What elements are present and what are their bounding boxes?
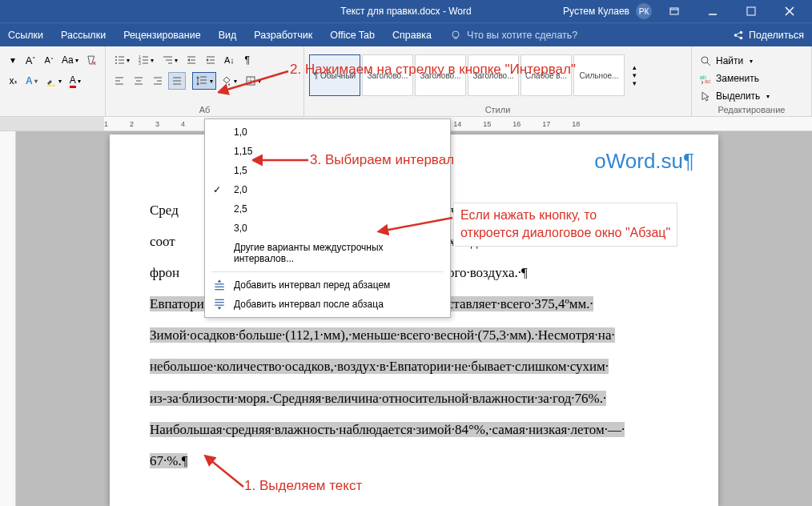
- annotation-step3: 3. Выбираем интервал: [310, 152, 454, 168]
- increase-font-icon[interactable]: A˄: [22, 51, 39, 69]
- ribbon: ▾ A˄ A˅ Aa▾ x₂ A▾ ▾ A▾ ▾ 123▾ ▾ A↓ ¶: [0, 46, 812, 117]
- svg-point-16: [115, 56, 117, 58]
- tab-view[interactable]: Вид: [219, 30, 237, 41]
- annotation-hint: Если нажать кнопку, то откроется диалого…: [453, 203, 677, 247]
- tab-review[interactable]: Рецензирование: [123, 30, 201, 41]
- vertical-ruler[interactable]: [0, 131, 16, 506]
- check-icon: ✓: [213, 184, 221, 195]
- svg-line-61: [707, 62, 710, 66]
- title-bar: Текст для правки.docx - Word Рустем Кула…: [0, 0, 812, 22]
- spacing-other-options[interactable]: Другие варианты междустрочных интервалов…: [205, 238, 450, 268]
- spacing-option-1-0[interactable]: 1,0: [205, 122, 450, 142]
- bulb-icon: [449, 29, 462, 42]
- watermark: oWord.su¶: [594, 149, 694, 174]
- line-spacing-button[interactable]: ▾: [192, 72, 216, 90]
- tab-developer[interactable]: Разработчик: [254, 30, 312, 41]
- show-marks-icon[interactable]: ¶: [239, 51, 255, 69]
- decrease-font-icon[interactable]: A˅: [41, 51, 57, 69]
- svg-rect-3: [747, 7, 755, 15]
- annotation-step1: 1. Выделяем текст: [244, 478, 362, 494]
- svg-line-12: [736, 35, 740, 38]
- multilevel-list-icon[interactable]: ▾: [159, 51, 181, 69]
- svg-text:3: 3: [139, 61, 141, 66]
- annotation-step2: 2. Нажимаем на стрелку в кнопке "Интерва…: [290, 62, 576, 78]
- style-strong[interactable]: Сильное...: [573, 54, 625, 96]
- change-case-icon[interactable]: Aa▾: [58, 51, 81, 69]
- align-left-icon[interactable]: [111, 72, 128, 90]
- svg-text:ac: ac: [705, 78, 711, 84]
- subscript-icon[interactable]: x₂: [5, 72, 21, 90]
- user-name[interactable]: Рустем Кулаев: [563, 6, 629, 17]
- find-button[interactable]: Найти▾: [697, 53, 806, 69]
- svg-point-6: [452, 31, 459, 38]
- svg-line-11: [736, 32, 740, 34]
- maximize-icon[interactable]: [735, 0, 767, 22]
- align-center-icon[interactable]: [130, 72, 147, 90]
- editing-group-label: Редактирование: [692, 105, 811, 114]
- line-spacing-menu: 1,0 1,15 1,5 ✓2,0 2,5 3,0 Другие вариант…: [204, 118, 451, 318]
- select-button[interactable]: Выделить▾: [697, 88, 806, 104]
- tab-help[interactable]: Справка: [392, 30, 432, 41]
- font-size-decrease-icon[interactable]: ▾: [5, 51, 21, 69]
- bullets-icon[interactable]: ▾: [111, 51, 133, 69]
- search-icon: [700, 55, 711, 66]
- align-right-icon[interactable]: [149, 72, 167, 90]
- replace-icon: abac: [700, 73, 711, 84]
- tab-mailings[interactable]: Рассылки: [61, 30, 106, 41]
- spacing-option-2-5[interactable]: 2,5: [205, 199, 450, 219]
- cursor-icon: [700, 90, 711, 102]
- tab-office[interactable]: Office Tab: [330, 30, 375, 41]
- svg-marker-71: [218, 307, 222, 309]
- document-title: Текст для правки.docx - Word: [340, 6, 471, 17]
- minimize-icon[interactable]: [697, 0, 729, 22]
- spacing-option-2-0[interactable]: ✓2,0: [205, 180, 450, 199]
- share-icon: [733, 30, 744, 41]
- borders-icon[interactable]: ▾: [242, 72, 264, 90]
- tell-me-search[interactable]: Что вы хотите сделать?: [449, 29, 577, 42]
- shading-icon[interactable]: ▾: [218, 72, 240, 90]
- svg-point-18: [115, 62, 117, 64]
- menu-separator: [211, 271, 444, 272]
- svg-marker-67: [218, 279, 222, 282]
- ribbon-display-icon[interactable]: [658, 0, 690, 22]
- svg-marker-38: [207, 58, 209, 62]
- spacing-option-3-0[interactable]: 3,0: [205, 219, 450, 238]
- svg-point-60: [701, 57, 708, 63]
- user-avatar[interactable]: РК: [636, 3, 652, 19]
- space-after-icon: [213, 298, 226, 311]
- share-button[interactable]: Поделиться: [733, 30, 804, 41]
- clear-format-icon[interactable]: [82, 51, 100, 69]
- svg-point-17: [115, 59, 117, 61]
- numbering-icon[interactable]: 123▾: [135, 51, 157, 69]
- add-space-before[interactable]: Добавить интервал перед абзацем: [205, 275, 450, 295]
- add-space-after[interactable]: Добавить интервал после абзаца: [205, 295, 450, 314]
- increase-indent-icon[interactable]: [202, 51, 219, 69]
- text-effects-icon[interactable]: A▾: [22, 72, 41, 90]
- decrease-indent-icon[interactable]: [183, 51, 200, 69]
- paragraph-group-label: Аб: [106, 105, 303, 114]
- replace-button[interactable]: abac Заменить: [697, 70, 806, 86]
- space-before-icon: [213, 279, 226, 291]
- font-color-icon[interactable]: A▾: [66, 72, 84, 90]
- styles-more-icon[interactable]: ▴▾▾: [626, 54, 642, 96]
- close-icon[interactable]: [774, 0, 806, 22]
- sort-icon[interactable]: A↓: [221, 51, 238, 69]
- tab-references[interactable]: Ссылки: [8, 30, 43, 41]
- svg-marker-34: [187, 58, 190, 62]
- svg-rect-15: [47, 85, 55, 86]
- ribbon-tabs: Ссылки Рассылки Рецензирование Вид Разра…: [0, 22, 812, 46]
- justify-icon[interactable]: [168, 72, 186, 90]
- highlight-icon[interactable]: ▾: [42, 72, 65, 90]
- svg-rect-0: [670, 8, 678, 14]
- styles-group-label: Стили: [304, 105, 691, 114]
